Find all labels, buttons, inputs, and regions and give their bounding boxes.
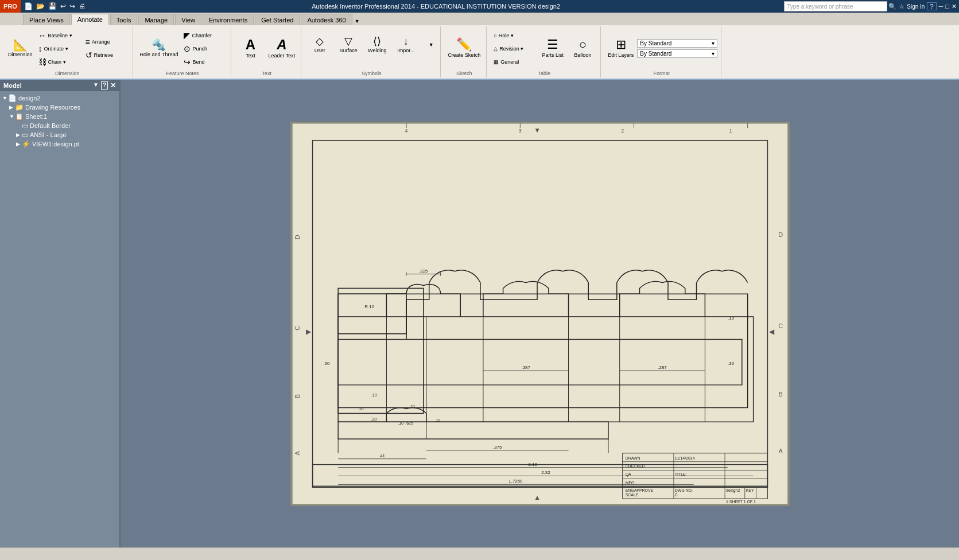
- search-icon[interactable]: 🔍: [888, 3, 896, 10]
- svg-text:1.7250: 1.7250: [508, 479, 523, 484]
- tab-environments[interactable]: Environments: [203, 14, 254, 25]
- qa-open[interactable]: 📂: [35, 2, 46, 10]
- help-btn[interactable]: ?: [927, 2, 936, 10]
- format-content: ⊞ Edit Layers By Standard ▾ By Standard …: [605, 28, 717, 69]
- minimize-btn[interactable]: ─: [939, 3, 944, 10]
- svg-text:.20: .20: [371, 417, 376, 421]
- maximize-btn[interactable]: □: [945, 3, 949, 10]
- ansi-large-expand[interactable]: ▶: [16, 132, 22, 138]
- tab-expand[interactable]: ▼: [354, 17, 361, 25]
- qa-redo[interactable]: ↪: [68, 2, 76, 10]
- user-button[interactable]: ◇ User: [306, 28, 333, 62]
- svg-text:D: D: [293, 235, 300, 239]
- svg-rect-27: [338, 288, 424, 413]
- drawing-canvas-wrapper: 4 3 2 1 ▼ ▲ D C B A D C B: [121, 80, 959, 547]
- qa-print[interactable]: 🖨: [77, 2, 87, 10]
- tab-view[interactable]: View: [175, 14, 201, 25]
- dimension-button[interactable]: 📐 Dimension: [6, 29, 35, 69]
- edit-layers-icon: ⊞: [616, 38, 626, 51]
- ribbon-group-symbols: ◇ User ▽ Surface ⟨⟩ Welding ↓ Impor... ▼: [302, 26, 441, 77]
- sheet1-expand[interactable]: ▼: [9, 114, 15, 119]
- chamfer-button[interactable]: ◤ Chamfer: [181, 29, 227, 42]
- welding-button[interactable]: ⟨⟩ Welding: [363, 28, 391, 62]
- parts-list-button[interactable]: ☰ Parts List: [538, 29, 567, 69]
- design2-label: design2: [18, 95, 41, 102]
- ribbon-group-sketch: ✏️ Create Sketch Sketch: [442, 26, 487, 77]
- drawing-area[interactable]: 4 3 2 1 ▼ ▲ D C B A D C B: [121, 80, 959, 547]
- tree-item-drawing-resources[interactable]: ▶ 📁 Drawing Resources: [2, 103, 117, 112]
- tab-annotate[interactable]: Annotate: [71, 14, 109, 25]
- svg-text:B: B: [293, 394, 300, 398]
- surface-button[interactable]: ▽ Surface: [335, 28, 362, 62]
- svg-text:.60: .60: [323, 361, 330, 366]
- search-box[interactable]: Type a keyword or phrase: [784, 1, 887, 11]
- svg-text:C: C: [674, 493, 677, 497]
- main-part-shape: .225 .287 .287 .60 R.10: [323, 268, 753, 484]
- arrange-button[interactable]: ≡ Arrange: [83, 36, 129, 48]
- chain-icon: ⛓: [38, 57, 46, 67]
- tree-item-design2[interactable]: ▼ 📄 design2: [2, 94, 117, 103]
- tree-item-ansi-large[interactable]: ▶ ▭ ANSI - Large: [2, 130, 117, 139]
- qa-save[interactable]: 💾: [47, 2, 58, 10]
- edit-layers-button[interactable]: ⊞ Edit Layers: [605, 29, 636, 69]
- drawing-resources-icon: 📁: [15, 103, 24, 111]
- welding-icon: ⟨⟩: [373, 36, 381, 46]
- svg-text:.375: .375: [492, 444, 502, 449]
- model-title: Model: [3, 82, 22, 89]
- revision-icon: △: [494, 46, 498, 52]
- leader-text-button[interactable]: A Leader Text: [266, 29, 297, 69]
- sign-in-btn[interactable]: Sign In: [907, 3, 925, 10]
- design2-expand[interactable]: ▼: [2, 95, 8, 101]
- by-standard-select-2[interactable]: By Standard ▾: [637, 49, 717, 58]
- chain-button[interactable]: ⛓ Chain ▾: [36, 56, 82, 68]
- svg-rect-26: [338, 294, 748, 407]
- user-label: User: [315, 48, 325, 54]
- symbols-expand[interactable]: ▼: [421, 28, 441, 62]
- ordinate-button[interactable]: ↕ Ordinate ▾: [36, 42, 82, 55]
- model-help-icon[interactable]: ?: [101, 81, 108, 90]
- tab-place-views[interactable]: Place Views: [23, 14, 70, 25]
- svg-text:SCALE: SCALE: [625, 493, 638, 497]
- tab-get-started[interactable]: Get Started: [255, 14, 300, 25]
- svg-text:C: C: [778, 322, 783, 329]
- general-button[interactable]: ▦ General: [491, 56, 537, 68]
- svg-text:.10: .10: [728, 315, 735, 320]
- qa-new[interactable]: 📄: [23, 2, 34, 10]
- tab-autodesk-360[interactable]: Autodesk 360: [301, 14, 352, 25]
- tree-item-sheet1[interactable]: ▼ 📋 Sheet:1: [2, 112, 117, 121]
- model-panel-header: Model ▼ ? ✕: [0, 80, 119, 91]
- tree-item-view1[interactable]: ▶ ⚡ VIEW1:design.pt: [2, 139, 117, 149]
- ribbon-group-format: ⊞ Edit Layers By Standard ▾ By Standard …: [602, 26, 721, 77]
- tree-item-default-border[interactable]: ▭ Default Border: [2, 121, 117, 130]
- model-expand-icon[interactable]: ▼: [93, 81, 99, 90]
- close-btn[interactable]: ✕: [952, 3, 957, 10]
- revision-button[interactable]: △ Revision ▾: [491, 42, 537, 55]
- retrieve-button[interactable]: ↺ Retrieve: [83, 49, 129, 61]
- hole-table-button[interactable]: ○ Hole ▾: [491, 29, 537, 42]
- tab-tools[interactable]: Tools: [110, 14, 138, 25]
- import-button[interactable]: ↓ Impor...: [392, 28, 420, 62]
- drawing-resources-expand[interactable]: ▶: [9, 104, 15, 110]
- star-icon[interactable]: ☆: [899, 3, 904, 10]
- svg-text:1: 1: [729, 127, 732, 133]
- balloon-button[interactable]: ○ Balloon: [568, 29, 597, 69]
- bend-button[interactable]: ↪ Bend: [181, 56, 227, 68]
- svg-text:MFG: MFG: [625, 481, 634, 485]
- svg-text:.225: .225: [419, 268, 428, 273]
- punch-button[interactable]: ⊙ Punch: [181, 42, 227, 55]
- import-icon: ↓: [403, 36, 409, 46]
- model-close-btn[interactable]: ✕: [110, 81, 116, 90]
- create-sketch-button[interactable]: ✏️ Create Sketch: [445, 29, 483, 69]
- chamfer-label: Chamfer: [192, 33, 212, 38]
- sketch-content: ✏️ Create Sketch: [445, 28, 483, 69]
- baseline-button[interactable]: ↔ Baseline ▾: [36, 29, 82, 42]
- hole-thread-button[interactable]: 🔩 Hole and Thread: [138, 29, 181, 69]
- by-standard-select-1[interactable]: By Standard ▾: [637, 39, 717, 48]
- view1-expand[interactable]: ▶: [16, 141, 22, 147]
- qa-undo[interactable]: ↩: [59, 2, 67, 10]
- text-button[interactable]: A Text: [236, 29, 265, 69]
- topbar-right: 🔍 ☆ Sign In ? ─ □ ✕: [888, 0, 959, 13]
- by-standard-1-label: By Standard: [640, 40, 671, 46]
- svg-text:DRAWN: DRAWN: [625, 456, 640, 460]
- tab-manage[interactable]: Manage: [138, 14, 174, 25]
